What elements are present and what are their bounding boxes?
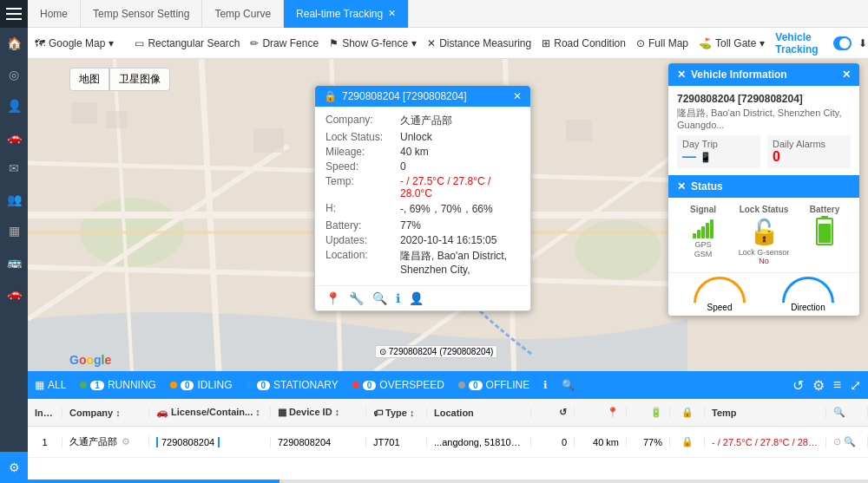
full-map-button[interactable]: ⊙ Full Map xyxy=(636,37,688,49)
vehicle-tracking-toggle[interactable] xyxy=(833,36,852,50)
header-license[interactable]: 🚗 License/Contain... ↕ xyxy=(149,407,271,418)
popup-action-route[interactable]: 🔧 xyxy=(349,291,364,305)
cell-speed: 0 xyxy=(531,437,575,447)
toolbar-right: Vehicle Tracking ⬇ ↗ ✕ xyxy=(775,31,868,55)
info-icon-button[interactable]: ℹ xyxy=(543,379,548,391)
offline-dot xyxy=(458,382,465,388)
sidebar: 🏠 ◎ 👤 🚗 ✉ 👥 ▦ 🚌 🚗 ⚙ xyxy=(0,0,28,483)
gfence-icon: ⚑ xyxy=(329,37,339,49)
header-company[interactable]: Company ↕ xyxy=(62,408,149,418)
sidebar-item-vehicle[interactable]: 🚗 xyxy=(0,121,28,153)
popup-action-pin[interactable]: 📍 xyxy=(326,291,340,305)
cell-location: ...angdong, 518100, PRC xyxy=(427,437,531,447)
popup-actions: 📍 🔧 🔍 ℹ 👤 xyxy=(315,285,530,310)
sidebar-item-location[interactable]: ◎ xyxy=(0,59,28,90)
vehicle-info-header: ✕ Vehicle Information ✕ xyxy=(668,63,859,86)
running-dot xyxy=(80,382,87,388)
header-battery[interactable]: 🔋 xyxy=(627,407,670,418)
cell-actions[interactable]: ⊙ 🔍 xyxy=(826,436,868,447)
popup-close-icon[interactable]: ✕ xyxy=(513,90,522,102)
road-icon: ⊞ xyxy=(542,37,550,49)
vehicle-tracking-label: Vehicle Tracking xyxy=(775,31,828,55)
map-type-buttons: 地图 卫星图像 xyxy=(69,68,170,91)
toll-gate-button[interactable]: ⛳ Toll Gate ▾ xyxy=(699,37,765,49)
all-button[interactable]: ▦ ALL xyxy=(35,379,66,391)
sidebar-item-settings[interactable]: ⚙ xyxy=(0,452,28,483)
google-map-dropdown[interactable]: 🗺 Google Map ▾ xyxy=(35,37,114,49)
popup-action-search[interactable]: 🔍 xyxy=(372,291,387,305)
map-type-satellite[interactable]: 卫星图像 xyxy=(109,68,170,91)
sidebar-item-users[interactable]: 👥 xyxy=(0,184,28,215)
info-x-icon: ✕ xyxy=(677,69,686,81)
refresh-icon[interactable]: ↺ xyxy=(792,377,804,394)
cell-battery: 77% xyxy=(627,437,670,447)
tab-home[interactable]: Home xyxy=(28,0,81,28)
search-icon-button[interactable]: 🔍 xyxy=(562,379,575,391)
header-location[interactable]: Location xyxy=(427,408,531,418)
horizontal-scrollbar[interactable] xyxy=(28,480,868,483)
status-panel-header: ✕ Status xyxy=(668,175,859,198)
map-type-map[interactable]: 地图 xyxy=(69,68,109,91)
tab-temp-curve[interactable]: Temp Curve xyxy=(202,0,284,28)
idling-button[interactable]: 0 IDLING xyxy=(170,379,233,391)
download-icon[interactable]: ⬇ xyxy=(858,37,867,49)
panel-close-icon[interactable]: ✕ xyxy=(842,69,851,81)
expand-icon[interactable]: ⤢ xyxy=(850,377,861,394)
panel-address: 隆昌路, Bao'an District, Shenzhen City, Gua… xyxy=(677,107,851,130)
rectangular-search-button[interactable]: ▭ Rectangular Search xyxy=(135,37,240,49)
stationary-button[interactable]: 0 STATIONARY xyxy=(247,379,339,391)
header-type[interactable]: 🏷 Type ↕ xyxy=(366,408,427,418)
tab-realtime[interactable]: Real-time Tracking ✕ xyxy=(284,0,409,28)
row-action-icon-2[interactable]: 🔍 xyxy=(844,436,856,447)
draw-fence-button[interactable]: ✏ Draw Fence xyxy=(250,37,319,49)
distance-measuring-button[interactable]: ✕ Distance Measuring xyxy=(427,37,531,49)
settings-icon[interactable]: ⚙ xyxy=(812,377,825,394)
popup-action-user[interactable]: 👤 xyxy=(409,291,424,305)
popup-header: 🔒 7290808204 [7290808204] ✕ xyxy=(315,86,530,107)
show-gfence-button[interactable]: ⚑ Show G-fence ▾ xyxy=(329,37,417,49)
cell-temp: - / 27.5°C / 27.8°C / 28.0°C xyxy=(705,437,826,447)
sidebar-item-home[interactable]: 🏠 xyxy=(0,28,28,59)
running-button[interactable]: 1 RUNNING xyxy=(80,379,156,391)
vehicle-tracking-toggle-area[interactable]: Vehicle Tracking xyxy=(775,31,851,55)
row-action-icon-1[interactable]: ⊙ xyxy=(833,436,841,447)
header-actions[interactable]: 🔍 xyxy=(826,407,868,418)
gps-label: GPS xyxy=(675,240,731,249)
header-status[interactable]: 🔒 xyxy=(670,407,705,418)
header-mileage[interactable]: 📍 xyxy=(575,407,627,418)
tab-temp-sensor[interactable]: Temp Sensor Setting xyxy=(81,0,202,28)
road-condition-button[interactable]: ⊞ Road Condition xyxy=(542,37,626,49)
header-device[interactable]: ▦ Device ID ↕ xyxy=(271,407,366,418)
sidebar-item-bus[interactable]: 🚌 xyxy=(0,246,28,277)
sidebar-logo[interactable] xyxy=(0,0,28,28)
speed-dir-row: Speed Direction xyxy=(668,272,859,316)
expand-company-icon[interactable]: ⚙ xyxy=(122,436,130,447)
idling-dot xyxy=(170,382,177,388)
map-area[interactable]: 地图 卫星图像 Google ⊙ 7290808204 (7290808204)… xyxy=(28,59,868,371)
list-icon[interactable]: ≡ xyxy=(833,377,841,394)
device-icon: ▦ xyxy=(278,407,286,417)
cell-company: 久通产品部 ⚙ xyxy=(62,435,149,448)
sidebar-item-grid[interactable]: ▦ xyxy=(0,215,28,246)
map-vehicle-label[interactable]: ⊙ 7290808204 (7290808204) xyxy=(375,345,497,358)
data-table: Index Company ↕ 🚗 License/Contain... ↕ ▦… xyxy=(28,399,868,483)
overspeed-button[interactable]: 0 OVERSPEED xyxy=(352,379,444,391)
svg-rect-19 xyxy=(253,128,284,153)
search-col-icon[interactable]: 🔍 xyxy=(833,407,845,417)
sidebar-item-car[interactable]: 🚗 xyxy=(0,277,28,309)
svg-rect-18 xyxy=(106,111,128,128)
cell-device-id: 7290808204 xyxy=(271,437,366,447)
gsm-label: GSM xyxy=(675,250,731,258)
battery-fill xyxy=(819,224,831,243)
close-tab-icon[interactable]: ✕ xyxy=(388,8,396,19)
scroll-thumb[interactable] xyxy=(28,480,279,483)
cell-license[interactable]: 7290808204 xyxy=(149,437,271,447)
sidebar-item-profile[interactable]: 👤 xyxy=(0,90,28,121)
dir-gauge-visual xyxy=(782,277,834,303)
sidebar-item-messages[interactable]: ✉ xyxy=(0,153,28,184)
header-temp[interactable]: Temp xyxy=(705,408,826,418)
offline-button[interactable]: 0 OFFLINE xyxy=(458,379,529,391)
speed-gauge-visual xyxy=(694,277,746,303)
popup-action-info[interactable]: ℹ xyxy=(396,291,400,305)
header-speed[interactable]: ↺ xyxy=(531,407,575,418)
